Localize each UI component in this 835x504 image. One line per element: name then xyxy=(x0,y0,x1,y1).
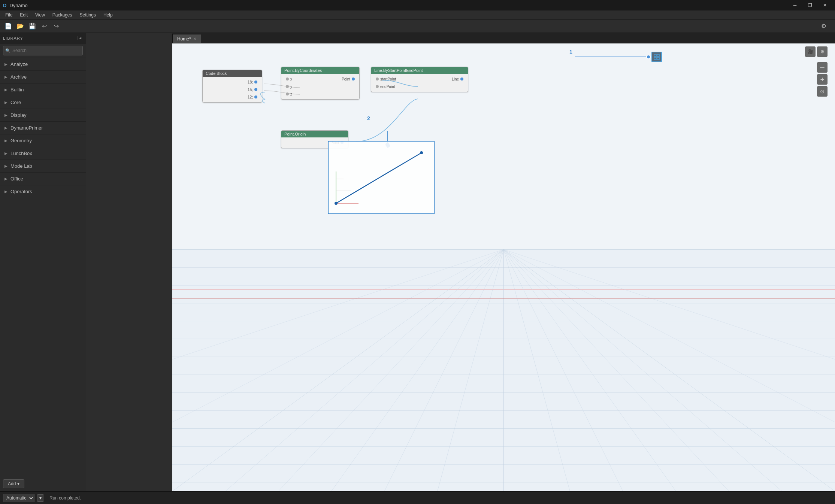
library-item-geometry[interactable]: ▶Geometry xyxy=(0,134,86,147)
library-item-label: LunchBox xyxy=(10,151,32,156)
library-item-dynamoprimer[interactable]: ▶DynamoPrimer xyxy=(0,122,86,134)
zoom-handle[interactable] xyxy=(646,55,651,59)
expand-arrow-icon: ▶ xyxy=(4,75,7,79)
preview-svg xyxy=(329,142,434,213)
undo-button[interactable]: ↩ xyxy=(39,21,49,31)
menu-item-packages[interactable]: Packages xyxy=(49,12,76,18)
library-item-mode-lab[interactable]: ▶Mode Lab xyxy=(0,160,86,173)
new-file-button[interactable]: 📄 xyxy=(3,21,13,31)
menu-item-settings[interactable]: Settings xyxy=(76,12,100,18)
library-item-label: DynamoPrimer xyxy=(10,125,43,131)
port-end: endPoint xyxy=(371,83,399,90)
port-point-out: Point xyxy=(339,75,359,83)
svg-rect-2 xyxy=(172,43,835,245)
line-by-start-end-node[interactable]: Line.ByStartPointEndPoint startPoint end… xyxy=(371,67,468,92)
point-by-coords-node[interactable]: Point.ByCoordinates x y xyxy=(281,67,360,100)
close-button[interactable]: ✕ xyxy=(818,0,832,10)
app-icon: D xyxy=(3,3,6,8)
expand-arrow-icon: ▶ xyxy=(4,189,7,194)
run-mode-select[interactable]: Automatic xyxy=(3,494,34,502)
tab-close-icon[interactable]: ✕ xyxy=(193,37,196,41)
code-block-out-1: 18; xyxy=(203,78,262,86)
expand-arrow-icon: ▶ xyxy=(4,126,7,130)
code-block-node[interactable]: Code Block 18; 15; 12; xyxy=(202,70,262,103)
sidebar-header-controls: |◄ xyxy=(77,35,83,41)
port-x: x xyxy=(281,75,295,83)
menu-item-help[interactable]: Help xyxy=(100,12,117,18)
main-area: Library |◄ 🔍 ▶Analyze▶Archive▶Builtin▶Co… xyxy=(0,33,835,491)
point-origin-header: Point.Origin xyxy=(281,131,348,137)
menu-item-file[interactable]: File xyxy=(1,12,16,18)
expand-arrow-icon: ▶ xyxy=(4,164,7,168)
save-button[interactable]: 💾 xyxy=(27,21,37,31)
statusbar: Automatic ▾ Run completed. xyxy=(0,491,835,504)
status-text: Run completed. xyxy=(49,495,81,501)
settings-vp-button[interactable]: ⚙ xyxy=(817,46,828,57)
point-by-coords-body: x y z xyxy=(281,74,359,99)
viewport-active-button[interactable] xyxy=(651,52,662,62)
menu-item-view[interactable]: View xyxy=(31,12,49,18)
search-container: 🔍 xyxy=(0,43,86,58)
library-title: Library xyxy=(3,36,23,40)
port-line-out: Line xyxy=(449,75,468,83)
expand-arrow-icon: ▶ xyxy=(4,62,7,66)
restore-button[interactable]: ❐ xyxy=(803,0,817,10)
add-button[interactable]: Add ▾ xyxy=(3,479,24,488)
library-item-core[interactable]: ▶Core xyxy=(0,96,86,109)
menu-item-edit[interactable]: Edit xyxy=(16,12,31,18)
library-item-builtin[interactable]: ▶Builtin xyxy=(0,84,86,96)
port-z: z xyxy=(281,90,295,98)
code-block-out-3: 12; xyxy=(203,93,262,101)
layout-icon xyxy=(654,54,660,60)
library-item-office[interactable]: ▶Office xyxy=(0,173,86,185)
open-file-button[interactable]: 📂 xyxy=(15,21,25,31)
library-item-label: Core xyxy=(10,100,21,105)
menubar: FileEditViewPackagesSettingsHelp xyxy=(0,10,835,19)
top-right-controls: 🎥 ⚙ xyxy=(805,46,828,57)
callout-label-2: 2 xyxy=(367,115,370,121)
search-input[interactable] xyxy=(3,46,83,55)
library-item-label: Office xyxy=(10,176,23,182)
expand-arrow-icon: ▶ xyxy=(4,177,7,181)
library-item-lunchbox[interactable]: ▶LunchBox xyxy=(0,147,86,160)
svg-line-46 xyxy=(336,153,421,203)
svg-rect-3 xyxy=(172,236,835,491)
library-item-label: Archive xyxy=(10,74,27,80)
callout-label-1: 1 xyxy=(569,49,572,55)
expand-arrow-icon: ▶ xyxy=(4,151,7,155)
library-item-analyze[interactable]: ▶Analyze xyxy=(0,58,86,71)
add-button-container: Add ▾ xyxy=(0,476,86,491)
settings-toolbar-button[interactable]: ⚙ xyxy=(819,21,829,31)
zoom-controls: ─ + ⊙ xyxy=(817,62,828,97)
run-dropdown-button[interactable]: ▾ xyxy=(37,494,43,502)
code-block-header: Code Block xyxy=(203,70,262,77)
library-item-archive[interactable]: ▶Archive xyxy=(0,71,86,84)
titlebar-left: D Dynamo xyxy=(3,3,28,8)
zoom-minus-button[interactable]: ─ xyxy=(817,62,828,73)
svg-rect-43 xyxy=(657,54,659,57)
tab-home-label: Home* xyxy=(177,36,191,42)
code-block-out-2: 15; xyxy=(203,86,262,93)
expand-arrow-icon: ▶ xyxy=(4,88,7,92)
redo-button[interactable]: ↪ xyxy=(51,21,61,31)
svg-rect-44 xyxy=(654,57,656,60)
expand-arrow-icon: ▶ xyxy=(4,100,7,104)
minimize-button[interactable]: ─ xyxy=(788,0,802,10)
tab-bar: Home* ✕ xyxy=(172,33,835,43)
sidebar: Library |◄ 🔍 ▶Analyze▶Archive▶Builtin▶Co… xyxy=(0,33,86,491)
library-item-operators[interactable]: ▶Operators xyxy=(0,185,86,198)
expand-arrow-icon: ▶ xyxy=(4,139,7,143)
camera-button[interactable]: 🎥 xyxy=(805,46,816,57)
zoom-fit-button[interactable]: ⊙ xyxy=(817,86,828,97)
zoom-plus-button[interactable]: + xyxy=(817,74,828,85)
tab-home[interactable]: Home* ✕ xyxy=(172,34,201,43)
point-by-coords-header: Point.ByCoordinates xyxy=(281,67,359,74)
library-item-label: Display xyxy=(10,112,27,118)
canvas-area[interactable]: Code Block 18; 15; 12; xyxy=(172,43,835,491)
port-start: startPoint xyxy=(371,75,399,83)
library-item-label: Mode Lab xyxy=(10,163,32,169)
preview-box xyxy=(328,141,435,214)
library-item-display[interactable]: ▶Display xyxy=(0,109,86,122)
line-header: Line.ByStartPointEndPoint xyxy=(371,67,468,74)
sidebar-pin-button[interactable]: |◄ xyxy=(77,35,83,41)
